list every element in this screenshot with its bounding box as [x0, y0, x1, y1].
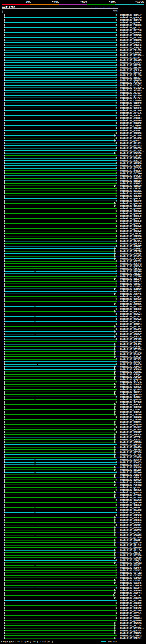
svg-text:|1: |1: [2, 10, 5, 13]
svg-text:UniRef100_B9R2N1: UniRef100_B9R2N1: [120, 637, 142, 640]
svg-text:(in Query)/: (in Query)/: [19, 640, 34, 643]
svg-text:2561|: 2561|: [113, 10, 119, 12]
svg-text:=50char.: =50char.: [106, 640, 119, 643]
svg-text:20%: 20%: [25, 0, 31, 4]
svg-text:Large gaps:: Large gaps:: [1, 640, 17, 643]
svg-text:~80%: ~80%: [109, 0, 116, 4]
svg-text:~100%: ~100%: [135, 0, 144, 4]
svg-text:~40%: ~40%: [52, 0, 59, 4]
svg-text:(in Subject): (in Subject): [37, 640, 53, 643]
svg-text:~60%: ~60%: [80, 0, 87, 4]
